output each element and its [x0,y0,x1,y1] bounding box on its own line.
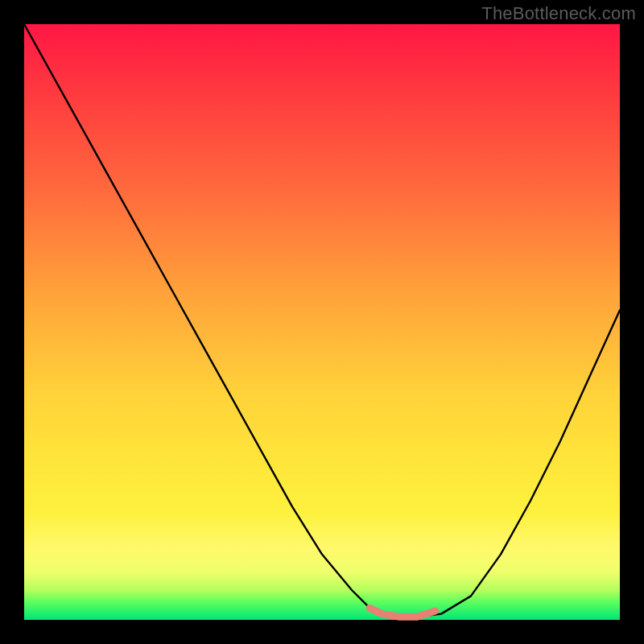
bottleneck-curve [24,24,620,620]
optimal-highlight [369,608,435,617]
watermark-text: TheBottleneck.com [481,3,636,24]
curve-path [24,24,620,617]
plot-area [24,24,620,620]
chart-frame: TheBottleneck.com [0,0,644,644]
